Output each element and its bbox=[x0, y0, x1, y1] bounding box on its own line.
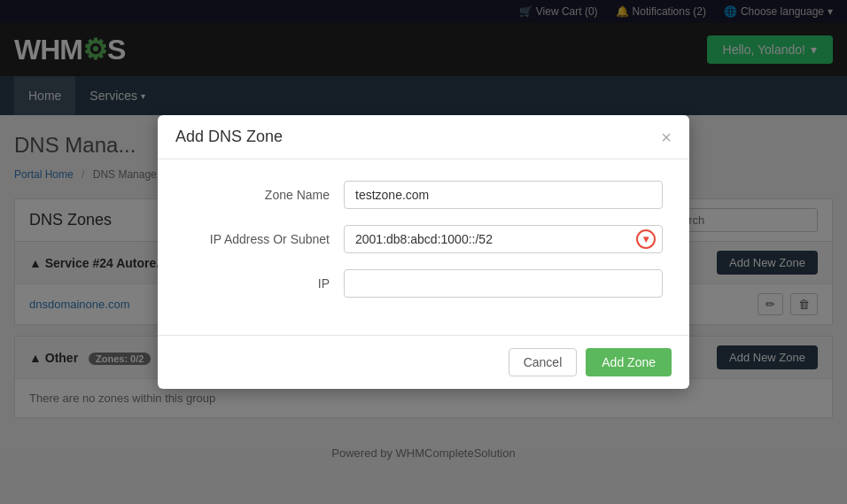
zone-name-label: Zone Name bbox=[184, 188, 344, 202]
modal-header: Add DNS Zone × bbox=[158, 115, 689, 159]
add-zone-button[interactable]: Add Zone bbox=[586, 348, 672, 376]
zone-name-input[interactable] bbox=[344, 181, 663, 209]
zone-name-group: Zone Name bbox=[184, 181, 663, 209]
cancel-button[interactable]: Cancel bbox=[509, 348, 578, 376]
modal-body: Zone Name IP Address Or Subnet ▾ IP bbox=[158, 159, 689, 335]
ip-group: IP bbox=[184, 269, 663, 298]
ip-subnet-input-wrapper: ▾ bbox=[344, 225, 663, 253]
modal-overlay[interactable]: Add DNS Zone × Zone Name IP Address Or S… bbox=[0, 0, 847, 495]
ip-label: IP bbox=[184, 276, 344, 291]
ip-subnet-group: IP Address Or Subnet ▾ bbox=[184, 225, 663, 253]
dropdown-icon[interactable]: ▾ bbox=[636, 229, 656, 249]
modal: Add DNS Zone × Zone Name IP Address Or S… bbox=[158, 115, 689, 389]
modal-close-button[interactable]: × bbox=[661, 128, 672, 146]
ip-subnet-input[interactable] bbox=[344, 225, 663, 253]
modal-footer: Cancel Add Zone bbox=[158, 335, 689, 389]
ip-subnet-label: IP Address Or Subnet bbox=[184, 232, 344, 246]
ip-input[interactable] bbox=[344, 269, 663, 298]
modal-title: Add DNS Zone bbox=[175, 128, 283, 146]
